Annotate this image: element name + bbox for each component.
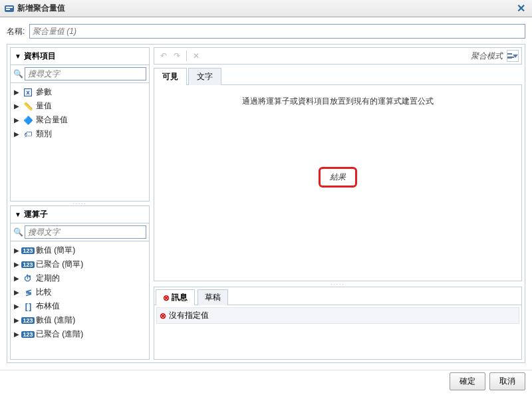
collapse-icon: ▼ — [15, 211, 21, 218]
ok-button[interactable]: 確定 — [450, 372, 485, 390]
aggregate-icon: 🔷 — [22, 116, 34, 125]
tab-messages[interactable]: ⊗ 訊息 — [156, 289, 195, 305]
expand-icon: ▶ — [13, 303, 20, 310]
data-items-search: 🔍 — [11, 65, 149, 83]
result-placeholder[interactable]: 結果 — [319, 167, 357, 188]
name-input[interactable] — [29, 24, 525, 39]
numeric-icon: 123 — [22, 330, 34, 339]
tab-visible[interactable]: 可見 — [154, 68, 187, 85]
search-icon: 🔍 — [13, 227, 23, 237]
data-items-tree: ▶x參數 ▶📏量值 ▶🔷聚合量值 ▶🏷類別 — [11, 83, 149, 201]
expand-icon: ▶ — [13, 317, 20, 324]
tree-item-comparison[interactable]: ▶≶比較 — [12, 285, 148, 299]
tree-item-label: 已聚合 (進階) — [36, 329, 83, 340]
title-bar: 新增聚合量值 ✕ — [0, 0, 532, 17]
canvas-hint: 通過將運算子或資料項目放置到現有的運算式建置公式 — [242, 96, 434, 107]
comparison-icon: ≶ — [22, 288, 34, 297]
tab-text[interactable]: 文字 — [188, 68, 221, 85]
editor-tabs: 可見 文字 — [154, 67, 522, 85]
collapse-icon: ▼ — [15, 53, 21, 60]
data-items-title: 資料項目 — [24, 51, 56, 62]
tree-item-numeric-simple[interactable]: ▶123數值 (簡單) — [12, 243, 148, 257]
left-column: ▼ 資料項目 🔍 ▶x參數 ▶📏量值 ▶🔷聚合量值 ▶🏷類別 ····· ▼ — [10, 47, 150, 360]
app-icon — [4, 3, 15, 14]
data-items-search-input[interactable] — [25, 67, 146, 80]
window-title: 新增聚合量值 — [17, 3, 514, 14]
numeric-icon: 123 — [22, 260, 34, 269]
numeric-icon: 123 — [22, 246, 34, 255]
expand-icon: ▶ — [13, 130, 20, 138]
svg-rect-2 — [6, 9, 10, 10]
search-icon: 🔍 — [13, 69, 23, 78]
category-icon: 🏷 — [22, 130, 34, 139]
expand-icon: ▶ — [13, 289, 20, 296]
expression-canvas[interactable]: 通過將運算子或資料項目放置到現有的運算式建置公式 結果 — [154, 85, 522, 281]
tree-item-label: 布林值 — [36, 301, 60, 312]
toolbar-divider — [186, 51, 187, 61]
right-column: ↶ ↷ ✕ 聚合模式 可見 文字 通過將運算子或資料項目放置到現有的運算式建置公… — [154, 47, 522, 360]
expand-icon: ▶ — [13, 247, 20, 254]
operators-panel: ▼ 運算子 🔍 ▶123數值 (簡單) ▶123已聚合 (簡單) ▶⏱定期的 ▶… — [10, 205, 150, 360]
tree-item-categories[interactable]: ▶🏷類別 — [12, 127, 148, 141]
operators-header[interactable]: ▼ 運算子 — [11, 206, 149, 223]
operators-search: 🔍 — [11, 223, 149, 241]
tree-item-boolean[interactable]: ▶[ ]布林值 — [12, 299, 148, 313]
tree-item-aggregated-adv[interactable]: ▶123已聚合 (進階) — [12, 327, 148, 341]
data-items-panel: ▼ 資料項目 🔍 ▶x參數 ▶📏量值 ▶🔷聚合量值 ▶🏷類別 — [10, 47, 150, 201]
expand-icon: ▶ — [13, 261, 20, 268]
mode-label: 聚合模式 — [471, 51, 503, 62]
message-tabs: ⊗ 訊息 草稿 — [154, 287, 521, 305]
periodic-icon: ⏱ — [22, 274, 34, 283]
expand-icon: ▶ — [13, 331, 20, 338]
delete-button[interactable]: ✕ — [190, 49, 203, 63]
tab-draft[interactable]: 草稿 — [198, 289, 228, 305]
name-label: 名稱: — [7, 26, 29, 37]
error-icon: ⊗ — [163, 293, 170, 303]
message-row[interactable]: ⊗ 沒有指定值 — [156, 307, 519, 324]
tree-item-label: 已聚合 (簡單) — [36, 259, 83, 270]
name-row: 名稱: — [7, 24, 525, 39]
operators-tree: ▶123數值 (簡單) ▶123已聚合 (簡單) ▶⏱定期的 ▶≶比較 ▶[ ]… — [11, 241, 149, 359]
tree-item-label: 定期的 — [36, 273, 60, 284]
data-items-header[interactable]: ▼ 資料項目 — [11, 48, 149, 65]
dialog-body: 名稱: ▼ 資料項目 🔍 ▶x參數 ▶📏量值 ▶🔷聚合量值 ▶🏷類別 — [0, 17, 532, 370]
cancel-button[interactable]: 取消 — [489, 372, 525, 390]
tree-item-label: 數值 (簡單) — [36, 245, 75, 256]
tree-item-numeric-adv[interactable]: ▶123數值 (進階) — [12, 313, 148, 327]
messages-panel: ⊗ 訊息 草稿 ⊗ 沒有指定值 — [154, 287, 522, 360]
tree-item-aggregates[interactable]: ▶🔷聚合量值 — [12, 113, 148, 127]
parameter-icon: x — [22, 88, 34, 97]
main-area: ▼ 資料項目 🔍 ▶x參數 ▶📏量值 ▶🔷聚合量值 ▶🏷類別 ····· ▼ — [7, 44, 525, 363]
editor-toolbar: ↶ ↷ ✕ 聚合模式 — [154, 47, 522, 65]
expand-icon: ▶ — [13, 88, 20, 96]
canvas-messages-splitter[interactable]: ····· — [154, 281, 522, 287]
numeric-icon: 123 — [22, 316, 34, 325]
tree-item-label: 參數 — [36, 86, 52, 98]
tree-item-label: 數值 (進階) — [36, 315, 75, 326]
error-icon: ⊗ — [160, 311, 166, 321]
expand-icon: ▶ — [13, 116, 20, 124]
tree-item-label: 聚合量值 — [36, 114, 68, 126]
expand-icon: ▶ — [13, 275, 20, 282]
tab-messages-label: 訊息 — [172, 292, 188, 303]
undo-button[interactable]: ↶ — [157, 49, 170, 63]
tree-item-parameters[interactable]: ▶x參數 — [12, 85, 148, 99]
messages-body: ⊗ 沒有指定值 — [154, 305, 521, 359]
tree-item-label: 量值 — [36, 100, 52, 112]
measure-icon: 📏 — [22, 102, 34, 111]
svg-rect-1 — [6, 7, 13, 8]
tree-item-periodic[interactable]: ▶⏱定期的 — [12, 271, 148, 285]
tree-item-label: 比較 — [36, 287, 52, 298]
expand-icon: ▶ — [13, 102, 20, 110]
redo-button[interactable]: ↷ — [170, 49, 184, 63]
message-text: 沒有指定值 — [169, 310, 209, 321]
tree-item-label: 類別 — [36, 128, 52, 140]
dialog-footer: 確定 取消 — [0, 370, 532, 392]
operators-search-input[interactable] — [25, 225, 146, 239]
operators-title: 運算子 — [24, 209, 48, 220]
tree-item-measures[interactable]: ▶📏量值 — [12, 99, 148, 113]
options-button[interactable] — [507, 50, 519, 62]
boolean-icon: [ ] — [22, 302, 34, 311]
close-button[interactable]: ✕ — [514, 2, 528, 15]
tree-item-aggregated-simple[interactable]: ▶123已聚合 (簡單) — [12, 257, 148, 271]
